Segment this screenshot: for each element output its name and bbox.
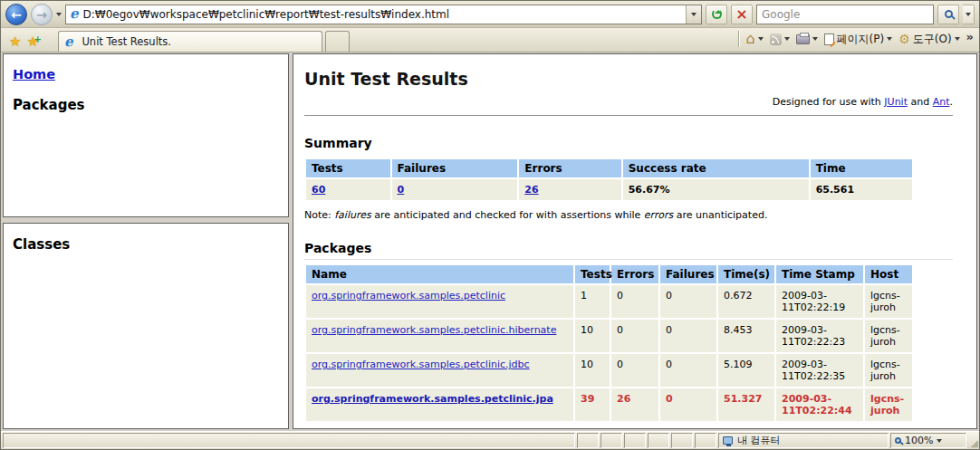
add-favorite-button[interactable]: ★+ [26,32,38,52]
toolbar-separator [738,31,739,47]
summary-note: Note: failures are anticipated and check… [304,209,953,221]
tools-menu-label: 도구(O) [913,32,952,47]
status-pane [624,433,646,448]
history-dropdown-icon[interactable] [56,13,62,16]
zoom-control[interactable]: 100% [890,433,966,448]
package-name-cell: org.springframework.samples.petclinic.hi… [306,320,573,352]
summary-data-row: 60 0 26 56.67% 65.561 [306,179,912,200]
package-failures-cell: 0 [660,285,716,318]
ant-link[interactable]: Ant [933,96,950,108]
gear-icon: ⚙ [898,33,910,45]
divider [304,115,953,116]
favorites-center-button[interactable]: ★ [9,32,21,52]
package-timestamp-cell: 2009-03-11T02:22:23 [776,320,863,352]
tagline: Designed for use with JUnit and Ant. [304,96,953,108]
print-button[interactable] [796,34,818,44]
back-button[interactable]: ← [5,4,27,25]
address-bar[interactable]: e D:₩0egov₩workspace₩petclinic₩report₩te… [65,5,702,24]
packages-heading: Packages [13,97,279,113]
package-tests-cell: 10 [575,320,610,352]
tagline-text: and [908,96,933,108]
package-errors-cell: 26 [611,388,658,421]
package-timestamp-cell: 2009-03-11T02:22:35 [776,354,863,387]
package-errors-cell: 0 [611,320,658,352]
package-time-cell: 0.672 [718,285,774,318]
chevron-down-icon [937,439,942,443]
ie-page-icon: e [70,7,79,21]
errors-count-link[interactable]: 26 [524,184,538,196]
grip-icon: ◢ [971,438,978,448]
status-bar: 내 컴퓨터 100% ◢ [1,431,979,449]
failures-count-link[interactable]: 0 [398,184,405,196]
column-header-timestamp: Time Stamp [776,265,863,283]
package-failures-cell: 0 [660,388,716,421]
resize-grip[interactable]: ◢ [966,432,979,449]
toolbar-overflow-button[interactable]: » [966,30,974,43]
tagline-text: . [950,96,954,108]
column-header-name: Name [306,265,573,283]
package-report-link[interactable]: org.springframework.samples.petclinic.jp… [312,393,553,405]
note-text: are unanticipated. [673,209,767,221]
package-time-cell: 5.109 [718,354,774,387]
rss-feed-icon [770,34,782,45]
tab-title: Unit Test Results. [82,35,171,48]
package-tests-cell: 1 [575,285,610,318]
summary-failures-cell: 0 [392,179,518,200]
package-report-link[interactable]: org.springframework.samples.petclinic [312,290,505,302]
note-emphasis: failures [334,209,370,221]
page-icon [824,34,834,45]
package-failures-cell: 0 [660,320,716,352]
tagline-text: Designed for use with [773,96,885,108]
new-tab-button[interactable] [325,31,350,52]
package-row: org.springframework.samples.petclinic 1 … [306,285,912,318]
packages-table: Name Tests Errors Failures Time(s) Time … [304,263,914,423]
forward-arrow-icon: → [36,7,47,22]
back-arrow-icon: ← [11,7,22,22]
package-time-cell: 51.327 [718,388,774,421]
status-pane [577,433,599,448]
column-header-tests: Tests [306,159,390,177]
package-host-cell: lgcns-juroh [865,320,912,352]
home-link[interactable]: Home [13,67,55,81]
package-host-cell: lgcns-juroh [865,354,912,387]
search-options-dropdown[interactable] [963,5,975,24]
address-dropdown-button[interactable] [686,5,701,24]
address-url[interactable]: D:₩0egov₩workspace₩petclinic₩report₩test… [83,8,686,21]
chevron-down-icon [812,37,818,41]
sidebar: Home Packages Classes [1,53,289,431]
stop-button[interactable]: × [731,5,753,24]
column-header-time: Time [811,159,912,177]
main-report-frame: Unit Test Results Designed for use with … [293,53,977,429]
page-menu-label: 페이지(P) [837,32,885,47]
success-rate-value: 56.67% [623,179,809,200]
column-header-errors: Errors [611,265,658,283]
tab-bar: ★ ★+ e Unit Test Results. ⌂ 페이지(P) [1,28,979,53]
column-header-failures: Failures [392,159,518,177]
feeds-button[interactable] [770,34,790,45]
plus-icon: + [34,30,42,50]
package-row: org.springframework.samples.petclinic.hi… [306,320,912,352]
search-input[interactable]: Google [756,5,934,24]
package-host-cell: lgcns-juroh [865,285,912,318]
package-report-link[interactable]: org.springframework.samples.petclinic.hi… [312,324,556,336]
divider [304,259,953,260]
junit-link[interactable]: JUnit [884,96,908,108]
page-content: Home Packages Classes Unit Test Results … [1,53,979,431]
package-timestamp-cell: 2009-03-11T02:22:19 [776,285,863,318]
package-timestamp-cell: 2009-03-11T02:22:44 [776,388,863,421]
home-button[interactable]: ⌂ [745,32,763,46]
forward-button[interactable]: → [31,4,53,25]
package-report-link[interactable]: org.springframework.samples.petclinic.jd… [312,359,530,370]
command-bar: ⌂ 페이지(P) ⚙ 도구(O) » [738,28,974,52]
refresh-button[interactable] [706,5,727,24]
zoom-icon [895,437,901,444]
tab-unit-test-results[interactable]: e Unit Test Results. [58,31,322,52]
page-menu-button[interactable]: 페이지(P) [824,32,893,47]
tools-menu-button[interactable]: ⚙ 도구(O) [898,32,959,47]
chevron-down-icon [758,37,764,41]
column-header-errors: Errors [519,159,620,177]
search-button[interactable] [937,5,959,24]
chevron-down-icon [887,37,892,41]
package-tests-cell: 10 [575,354,610,387]
tests-count-link[interactable]: 60 [312,184,325,196]
